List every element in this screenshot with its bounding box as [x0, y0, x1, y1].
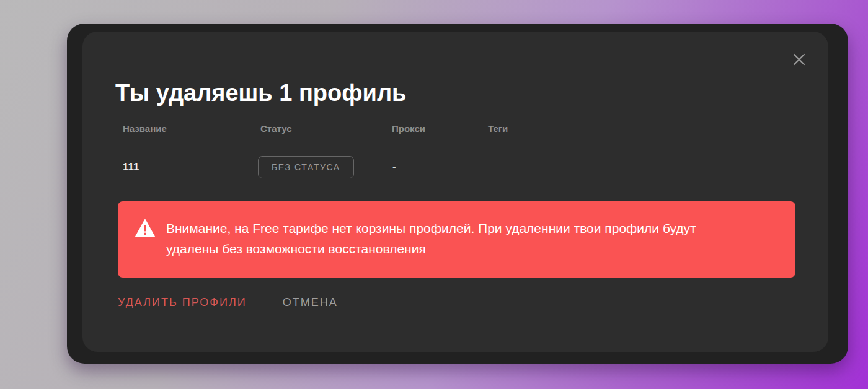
- warning-message: Внимание, на Free тарифе нет корзины про…: [166, 218, 696, 259]
- warning-triangle-icon: [135, 219, 155, 238]
- close-button[interactable]: [789, 50, 809, 69]
- close-icon: [792, 52, 807, 67]
- warning-banner: Внимание, на Free тарифе нет корзины про…: [118, 201, 795, 278]
- table-header-tags: Теги: [488, 123, 508, 134]
- delete-profiles-button[interactable]: УДАЛИТЬ ПРОФИЛИ: [118, 296, 247, 309]
- status-badge: БЕЗ СТАТУСА: [258, 156, 354, 178]
- warning-message-line-2: удалены без возможности восстановления: [166, 238, 696, 259]
- cancel-button[interactable]: ОТМЕНА: [283, 296, 338, 309]
- table-header-status: Статус: [260, 123, 292, 134]
- modal-title: Ты удаляешь 1 профиль: [115, 80, 406, 107]
- proxy-cell: -: [392, 160, 396, 173]
- warning-message-line-1: Внимание, на Free тарифе нет корзины про…: [166, 218, 696, 238]
- modal-actions: УДАЛИТЬ ПРОФИЛИ ОТМЕНА: [118, 296, 338, 309]
- table-header-divider: [118, 142, 795, 142]
- table-header-proxy: Прокси: [392, 123, 425, 134]
- page-background: Ты удаляешь 1 профиль Название Статус Пр…: [0, 0, 868, 389]
- table-header-name: Название: [123, 123, 167, 134]
- profile-name-cell: 111: [123, 161, 140, 173]
